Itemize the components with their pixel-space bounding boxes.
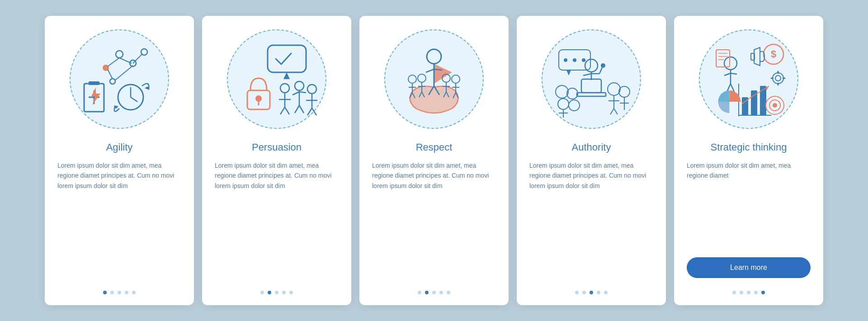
svg-point-77 <box>573 58 576 62</box>
svg-point-47 <box>408 75 416 83</box>
svg-rect-67 <box>581 79 601 93</box>
learn-more-button[interactable]: Learn more <box>687 257 811 278</box>
svg-marker-4 <box>91 87 100 105</box>
svg-rect-108 <box>760 86 766 115</box>
svg-point-87 <box>619 86 630 97</box>
dot-3 <box>275 291 278 294</box>
svg-rect-68 <box>577 93 606 96</box>
dot-5 <box>447 291 450 294</box>
svg-point-78 <box>582 58 585 62</box>
dot-3 <box>590 291 593 294</box>
persuasion-icon <box>236 38 317 120</box>
persuasion-dots <box>260 291 293 294</box>
svg-line-10 <box>108 58 119 66</box>
svg-line-33 <box>299 92 306 93</box>
svg-point-93 <box>569 100 580 111</box>
svg-point-81 <box>567 88 578 99</box>
strategic-thinking-icon: $ <box>708 38 789 120</box>
authority-title: Authority <box>572 142 611 153</box>
svg-line-96 <box>724 73 731 76</box>
respect-icon <box>393 38 475 120</box>
dot-5 <box>761 291 765 294</box>
dot-3 <box>432 291 436 294</box>
dot-4 <box>754 291 758 294</box>
card-authority: Authority Lorem ipsum dolor sit dim amet… <box>517 16 666 305</box>
respect-text: Lorem ipsum dolor sit dim amet, mea regi… <box>372 160 496 282</box>
svg-point-5 <box>116 51 123 58</box>
svg-line-43 <box>426 69 434 72</box>
svg-rect-1 <box>89 81 99 85</box>
dot-1 <box>732 291 736 294</box>
svg-marker-111 <box>766 86 769 90</box>
agility-icon-area <box>70 29 169 129</box>
card-persuasion: Persuasion Lorem ipsum dolor sit dim ame… <box>202 16 351 305</box>
svg-marker-79 <box>566 70 571 76</box>
svg-point-23 <box>255 95 262 102</box>
svg-point-9 <box>110 79 115 84</box>
dot-2 <box>425 291 429 294</box>
card-strategic-thinking: $ <box>674 16 823 305</box>
dot-5 <box>604 291 608 294</box>
dot-4 <box>439 291 443 294</box>
dot-2 <box>582 291 586 294</box>
dot-3 <box>747 291 750 294</box>
svg-point-90 <box>558 99 569 109</box>
svg-point-25 <box>280 84 289 93</box>
svg-line-40 <box>312 108 316 115</box>
strategic-thinking-dots <box>732 291 765 294</box>
svg-point-41 <box>427 49 441 64</box>
svg-point-117 <box>775 76 781 81</box>
svg-line-35 <box>299 105 304 113</box>
agility-title: Agility <box>106 142 133 153</box>
svg-point-74 <box>601 63 605 68</box>
svg-line-14 <box>115 66 133 80</box>
svg-point-76 <box>564 58 567 62</box>
svg-line-29 <box>285 107 289 114</box>
svg-point-36 <box>307 85 316 94</box>
svg-line-86 <box>614 109 618 114</box>
persuasion-text: Lorem ipsum dolor sit dim amet, mea regi… <box>215 160 339 282</box>
card-respect: Respect Lorem ipsum dolor sit dim amet, … <box>359 16 509 305</box>
svg-point-30 <box>295 81 304 90</box>
svg-line-11 <box>119 58 132 63</box>
svg-line-17 <box>131 97 137 102</box>
svg-point-62 <box>452 75 460 83</box>
svg-point-116 <box>773 73 783 84</box>
cards-container: Agility Lorem ipsum dolor sit dim amet, … <box>27 2 841 319</box>
card-agility: Agility Lorem ipsum dolor sit dim amet, … <box>45 16 194 305</box>
respect-title: Respect <box>416 142 453 153</box>
authority-text: Lorem ipsum dolor sit dim amet, mea regi… <box>529 160 653 282</box>
dot-2 <box>740 291 743 294</box>
svg-line-34 <box>295 105 299 113</box>
svg-point-114 <box>773 103 777 108</box>
svg-line-71 <box>583 74 591 76</box>
dot-4 <box>125 291 128 294</box>
authority-icon <box>551 38 632 120</box>
strategic-thinking-text: Lorem ipsum dolor sit dim amet, mea regi… <box>687 160 811 248</box>
agility-text: Lorem ipsum dolor sit dim amet, mea regi… <box>57 160 181 282</box>
dot-4 <box>282 291 286 294</box>
authority-dots <box>575 291 608 294</box>
dot-1 <box>260 291 264 294</box>
dot-5 <box>132 291 136 294</box>
svg-line-28 <box>280 107 285 114</box>
svg-line-12 <box>133 54 142 63</box>
strategic-thinking-title: Strategic thinking <box>711 142 787 153</box>
persuasion-icon-area <box>227 29 326 129</box>
agility-icon <box>79 38 160 120</box>
dot-2 <box>268 291 271 294</box>
svg-line-85 <box>610 109 614 114</box>
authority-icon-area <box>542 29 641 129</box>
dot-3 <box>118 291 121 294</box>
svg-point-94 <box>724 57 737 70</box>
dot-4 <box>597 291 600 294</box>
dot-1 <box>103 291 107 294</box>
svg-marker-21 <box>283 72 290 79</box>
agility-dots <box>103 291 136 294</box>
dot-1 <box>418 291 421 294</box>
dot-1 <box>575 291 579 294</box>
respect-dots <box>418 291 450 294</box>
svg-point-52 <box>418 74 426 82</box>
svg-line-97 <box>731 73 737 74</box>
svg-line-32 <box>292 92 299 95</box>
